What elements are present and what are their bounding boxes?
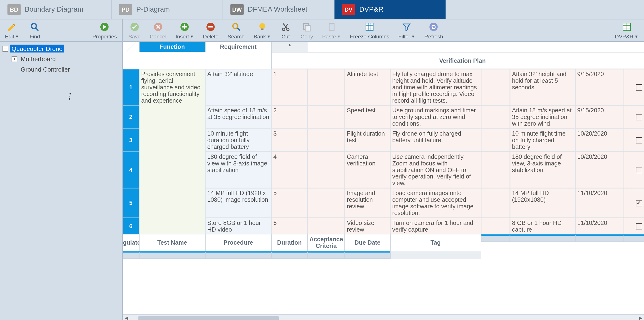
cell-regulatory[interactable] (308, 106, 345, 129)
search-button[interactable]: Search (228, 21, 244, 40)
cell-due-date[interactable]: 11/10/2020 (575, 218, 624, 234)
cell-procedure[interactable]: Load camera images onto computer and use… (390, 188, 481, 218)
filter-cell[interactable] (575, 234, 624, 242)
cell-due-date[interactable]: 9/15/2020 (575, 69, 624, 105)
filter-cell[interactable] (345, 251, 390, 259)
freeze-columns-button[interactable]: Freeze Columns (350, 21, 389, 40)
copy-button[interactable]: Copy (300, 21, 313, 40)
cancel-button[interactable]: Cancel (150, 21, 166, 40)
cell-requirement[interactable]: 14 MP full HD (1920 x 1080) image resolu… (205, 188, 271, 218)
tree-item-ground-controller[interactable]: Ground Controller (11, 64, 120, 74)
cell-procedure[interactable]: Fly fully charged drone to max height an… (390, 69, 481, 105)
cell-acceptance[interactable]: 180 degree field of view, 3-axis image s… (510, 152, 575, 188)
cell-test-name[interactable]: Flight duration test (345, 128, 390, 152)
edit-button[interactable]: Edit▼ (5, 21, 19, 40)
cut-button[interactable]: Cut (280, 21, 292, 40)
checkbox-icon[interactable] (636, 114, 642, 120)
row-header[interactable]: 1 (123, 69, 139, 105)
cell-regulatory[interactable] (308, 152, 345, 188)
cell-tag[interactable] (624, 218, 644, 234)
cell-due-date[interactable]: 11/10/2020 (575, 188, 624, 218)
cell-requirement[interactable]: Attain 32' altitude (205, 69, 271, 105)
cell-function[interactable]: Provides convenient flying, aerial surve… (139, 69, 205, 234)
scroll-up-icon[interactable]: ▲ (271, 42, 308, 52)
cell-requirement[interactable]: 180 degree field of view with 3-axis ima… (205, 152, 271, 188)
cell-tag[interactable] (624, 152, 644, 188)
filter-cell[interactable] (139, 251, 205, 259)
tab-dvpr[interactable]: DV DVP&R (334, 0, 446, 19)
row-header[interactable]: 2 (123, 106, 139, 129)
row-header[interactable]: 6 (123, 218, 139, 234)
col-tag[interactable]: Tag (390, 234, 481, 251)
cell-tag[interactable] (624, 106, 644, 129)
cell-test-number[interactable]: 6 (271, 218, 308, 234)
cell-acceptance[interactable]: Attain 18 m/s speed at 35 degree inclina… (510, 106, 575, 129)
cell-test-number[interactable]: 1 (271, 69, 308, 105)
col-due-date[interactable]: Due Date (345, 234, 390, 251)
cell-procedure[interactable]: Use ground markings and timer to verify … (390, 106, 481, 129)
scroll-left-icon[interactable]: ◀ (123, 314, 130, 320)
tab-boundary-diagram[interactable]: BD Boundary Diagram (0, 0, 112, 19)
expand-icon[interactable]: + (12, 56, 17, 62)
filter-cell[interactable] (481, 234, 510, 242)
filter-cell[interactable] (308, 251, 345, 259)
cell-test-number[interactable]: 5 (271, 188, 308, 218)
filter-cell[interactable] (510, 234, 575, 242)
dvpr-menu-button[interactable]: DVP&R ▼ (615, 21, 638, 40)
filter-cell[interactable] (624, 234, 644, 242)
row-header[interactable]: 4 (123, 152, 139, 188)
tab-p-diagram[interactable]: PD P-Diagram (112, 0, 223, 19)
filter-cell[interactable] (271, 251, 308, 259)
col-regulatory[interactable]: Regulatory (123, 234, 139, 251)
paste-button[interactable]: Paste ▼ (322, 21, 341, 40)
vscroll-track[interactable] (390, 251, 481, 259)
tree-item-motherboard[interactable]: + Motherboard (11, 54, 120, 64)
scroll-right-icon[interactable]: ▶ (637, 314, 644, 320)
row-header[interactable]: 3 (123, 128, 139, 152)
cell-regulatory[interactable] (308, 188, 345, 218)
cell-test-name[interactable]: Altitude test (345, 69, 390, 105)
tree-root-label[interactable]: Quadcopter Drone (10, 45, 64, 52)
tree-root[interactable]: − Quadcopter Drone (2, 43, 120, 54)
filter-cell[interactable] (123, 251, 139, 259)
cell-procedure[interactable]: Turn on camera for 1 hour and verify cap… (390, 218, 481, 234)
cell-acceptance[interactable]: 14 MP full HD (1920x1080) (510, 188, 575, 218)
find-button[interactable]: Find (29, 21, 41, 40)
cell-regulatory[interactable] (308, 128, 345, 152)
refresh-button[interactable]: Refresh (424, 21, 443, 40)
cell-test-name[interactable]: Camera verification (345, 152, 390, 188)
horizontal-scrollbar[interactable]: ◀ ▶ (123, 314, 644, 320)
row-header[interactable]: 5 (123, 188, 139, 218)
cell-tag[interactable] (624, 128, 644, 152)
checkbox-icon[interactable] (636, 137, 642, 143)
insert-button[interactable]: Insert ▼ (176, 21, 194, 40)
col-group-verification-plan[interactable]: Verification Plan (271, 52, 644, 69)
cell-test-name[interactable]: Speed test (345, 106, 390, 129)
col-acceptance[interactable]: Acceptance Criteria (308, 234, 345, 251)
collapse-icon[interactable]: − (2, 46, 8, 52)
cell-tag[interactable] (624, 69, 644, 105)
filter-cell[interactable] (205, 251, 271, 259)
cell-regulatory[interactable] (308, 69, 345, 105)
cell-acceptance[interactable]: 8 GB or 1 hour HD capture (510, 218, 575, 234)
filter-button[interactable]: Filter ▼ (398, 21, 415, 40)
cell-duration[interactable] (481, 152, 510, 188)
col-test-name[interactable]: Test Name (139, 234, 205, 251)
cell-tag[interactable]: ✔ (624, 188, 644, 218)
save-button[interactable]: Save (128, 21, 141, 40)
scrollbar-thumb[interactable] (138, 316, 279, 320)
cell-duration[interactable] (481, 188, 510, 218)
cell-test-number[interactable]: 3 (271, 128, 308, 152)
cell-requirement[interactable]: Attain speed of 18 m/s at 35 degree incl… (205, 106, 271, 129)
checkbox-icon[interactable] (636, 84, 642, 90)
cell-regulatory[interactable] (308, 218, 345, 234)
checkbox-icon[interactable] (636, 167, 642, 173)
col-procedure[interactable]: Procedure (205, 234, 271, 251)
cell-duration[interactable] (481, 218, 510, 234)
splitter-handle[interactable]: ◀•▶ (69, 90, 72, 102)
properties-button[interactable]: Properties (92, 21, 117, 40)
checkbox-icon[interactable] (636, 223, 642, 229)
cell-duration[interactable] (481, 106, 510, 129)
cell-requirement[interactable]: 10 minute flight duration on fully charg… (205, 128, 271, 152)
checkbox-icon[interactable]: ✔ (636, 200, 642, 206)
